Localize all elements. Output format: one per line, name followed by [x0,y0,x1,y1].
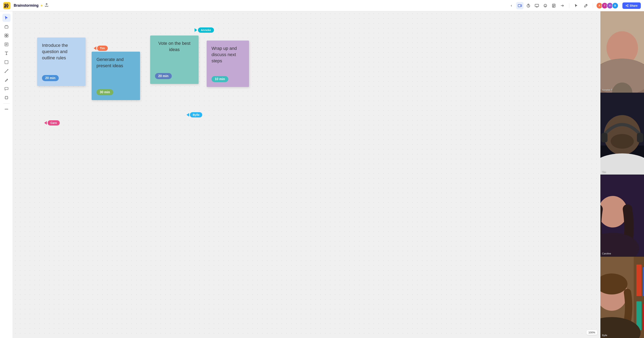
shape-tool[interactable] [2,58,10,66]
main-area: Introduce the question and outline rules… [0,11,644,338]
svg-point-36 [600,153,644,174]
more-tools-btn[interactable] [559,2,566,9]
sticky-note-1[interactable]: Introduce the question and outline rules… [37,38,86,86]
upload-icon[interactable] [44,3,49,8]
line-tool[interactable] [2,67,10,75]
comment-tool[interactable] [2,85,10,93]
svg-point-9 [628,6,628,7]
svg-rect-0 [518,4,521,7]
sticky-note-2-text: Generate and present ideas [96,56,135,69]
svg-rect-51 [642,304,644,330]
svg-rect-16 [5,60,8,64]
lt-divider [3,103,10,104]
board-title[interactable]: Brainstorming [14,4,38,8]
sticky-note-2-badge: 30 min [96,89,113,95]
svg-rect-2 [535,4,539,7]
svg-rect-11 [5,34,6,35]
topbar-divider-2 [593,3,593,8]
svg-rect-45 [636,264,642,296]
svg-point-22 [7,109,8,110]
sticky-note-1-badge: 20 min [42,75,59,81]
grid-tool[interactable] [2,32,10,40]
svg-point-20 [5,109,6,110]
zoom-indicator: 100% [586,330,597,335]
timer-btn[interactable] [525,2,532,9]
svg-rect-10 [5,26,8,28]
frame-tool-2[interactable] [2,94,10,102]
svg-point-18 [8,69,8,70]
miro-logo-icon [3,2,10,9]
svg-rect-19 [5,96,8,99]
text-tool[interactable] [2,49,10,57]
svg-point-30 [600,58,644,92]
cursor-mode-btn[interactable] [572,2,580,9]
sticky-note-1-text: Introduce the question and outline rules [42,42,81,61]
screen-share-btn[interactable] [533,2,540,9]
cursor-tim-label: Tim [97,46,108,51]
notes-btn[interactable] [550,2,558,9]
svg-rect-13 [5,36,6,37]
cursor-anneke: Anneke [194,28,214,33]
svg-point-5 [546,5,546,6]
sticky-note-2[interactable]: Generate and present ideas 30 min [92,52,140,100]
frames-tool[interactable] [2,22,10,31]
collab-avatars: A T V B [596,2,618,9]
svg-rect-46 [642,267,644,296]
share-button[interactable]: Share [622,2,641,9]
svg-point-21 [6,109,7,110]
video-name-bylle: Bylle [602,334,607,337]
video-tile-bylle: Bylle [600,257,644,338]
sticky-note-3[interactable]: Vote on the best ideas 20 min [150,36,198,84]
svg-point-7 [628,4,628,5]
svg-rect-12 [7,34,8,35]
cursor-caro: Caro [44,120,60,126]
video-tile-tim: Tim [600,93,644,174]
sticky-note-3-text: Vote on the best ideas [155,40,194,53]
sticky-note-3-badge: 20 min [155,73,172,79]
svg-point-8 [626,5,627,6]
video-name-tim: Tim [602,170,606,173]
video-name-caroline: Caroline [602,252,611,255]
cursor-caro-label: Caro [48,120,60,126]
svg-point-3 [544,4,547,7]
star-icon[interactable]: ★ [40,4,43,8]
cursor-tim: Tim [94,46,108,51]
cursor-bylle-label: Bylle [190,112,202,118]
board-title-area: Brainstorming ★ [14,3,49,8]
sticky-note-4[interactable]: Wrap up and discuss next steps 10 min [207,40,249,87]
cursor-bylle: Bylle [186,112,202,118]
svg-rect-14 [7,36,8,37]
select-tool[interactable] [2,14,10,22]
video-tile-anneke: Anneke F. [600,11,644,92]
video-btn[interactable] [516,2,524,9]
left-toolbar [0,11,13,338]
svg-point-17 [5,72,6,73]
svg-point-37 [611,134,634,149]
topbar-tools: ‹ [508,2,566,9]
video-tile-caroline: Caroline [600,175,644,256]
collapse-btn[interactable]: ‹ [508,2,515,9]
sticky-tool[interactable] [2,40,10,48]
canvas-area[interactable]: Introduce the question and outline rules… [13,11,600,338]
cursor-anneke-label: Anneke [198,28,214,33]
avatar-bylle: B [612,2,618,9]
sticky-note-4-badge: 10 min [212,76,228,82]
topbar: Brainstorming ★ ‹ [0,0,644,11]
video-panel: Anneke F. Tim [600,11,644,338]
reactions-btn[interactable] [542,2,549,9]
more-tools[interactable] [2,105,10,113]
video-name-anneke: Anneke F. [602,88,613,92]
svg-point-4 [545,5,545,6]
svg-rect-34 [601,133,608,142]
pen-mode-btn[interactable] [582,2,590,9]
pen-tool[interactable] [2,76,10,84]
sticky-note-4-text: Wrap up and discuss next steps [212,46,244,64]
miro-logo[interactable] [3,2,10,9]
svg-rect-35 [637,133,643,142]
